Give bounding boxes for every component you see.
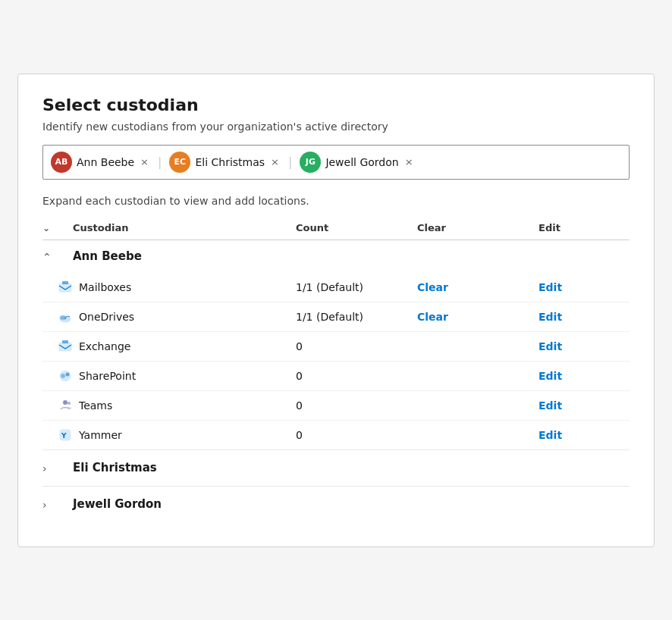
tag-separator-1: |	[158, 155, 162, 169]
mailboxes-icon	[42, 280, 73, 294]
collapse-all-icon[interactable]: ⌄	[42, 223, 50, 233]
svg-rect-5	[62, 340, 68, 343]
row-label-sharepoint: SharePoint	[73, 370, 296, 382]
custodian-header-ann-beebe[interactable]: ⌃ Ann Beebe	[42, 240, 630, 273]
row-count-mailboxes: 1/1 (Default)	[296, 281, 417, 293]
row-count-onedrives: 1/1 (Default)	[296, 311, 417, 323]
svg-point-10	[68, 402, 71, 405]
avatar-jewell-gordon: JG	[300, 152, 321, 173]
custodian-name-eli-christmas: Eli Christmas	[73, 461, 630, 474]
table-row: OneDrives 1/1 (Default) Clear Edit	[42, 302, 630, 332]
svg-rect-0	[59, 283, 71, 292]
tag-jewell-gordon: JG Jewell Gordon ×	[300, 152, 414, 173]
tag-separator-2: |	[288, 155, 292, 169]
remove-ann-beebe-button[interactable]: ×	[139, 156, 150, 168]
tag-label-jewell-gordon: Jewell Gordon	[325, 156, 398, 168]
avatar-eli-christmas: EC	[169, 152, 190, 173]
select-custodian-panel: Select custodian Identify new custodians…	[17, 74, 655, 547]
table-row: Exchange 0 Edit	[42, 332, 630, 362]
edit-onedrives-button[interactable]: Edit	[539, 311, 630, 323]
header-custodian: Custodian	[73, 222, 296, 233]
table-row: Y Yammer 0 Edit	[42, 421, 630, 449]
edit-sharepoint-button[interactable]: Edit	[539, 370, 630, 382]
custodian-name-ann-beebe: Ann Beebe	[73, 249, 630, 263]
row-label-yammer: Yammer	[73, 429, 296, 441]
tag-ann-beebe: AB Ann Beebe ×	[51, 152, 150, 173]
header-clear: Clear	[417, 222, 539, 233]
row-count-sharepoint: 0	[296, 370, 417, 382]
svg-point-8	[66, 372, 70, 376]
row-count-yammer: 0	[296, 429, 417, 441]
svg-rect-4	[59, 343, 71, 351]
custodian-group-jewell-gordon[interactable]: › Jewell Gordon	[42, 487, 630, 522]
custodian-search-box[interactable]: AB Ann Beebe × | EC Eli Christmas × | JG…	[42, 145, 630, 180]
tag-label-ann-beebe: Ann Beebe	[77, 156, 134, 168]
svg-text:Y: Y	[61, 432, 67, 440]
teams-icon	[42, 399, 73, 412]
edit-mailboxes-button[interactable]: Edit	[539, 281, 630, 293]
edit-exchange-button[interactable]: Edit	[539, 340, 630, 352]
page-title: Select custodian	[42, 96, 630, 114]
custodian-group-eli-christmas[interactable]: › Eli Christmas	[42, 450, 630, 487]
remove-jewell-gordon-button[interactable]: ×	[404, 156, 415, 168]
table-header: ⌄ Custodian Count Clear Edit	[42, 216, 630, 240]
edit-teams-button[interactable]: Edit	[539, 399, 630, 412]
custodian-name-jewell-gordon: Jewell Gordon	[73, 497, 630, 511]
expand-note: Expand each custodian to view and add lo…	[42, 195, 630, 207]
row-label-exchange: Exchange	[73, 340, 296, 352]
row-label-teams: Teams	[73, 399, 296, 412]
avatar-ann-beebe: AB	[51, 152, 72, 173]
svg-point-7	[61, 374, 65, 378]
sharepoint-icon	[42, 369, 73, 383]
expand-jewell-gordon-icon[interactable]: ›	[42, 497, 73, 512]
tag-label-eli-christmas: Eli Christmas	[195, 156, 265, 168]
clear-onedrives-button[interactable]: Clear	[417, 311, 539, 323]
svg-point-9	[63, 400, 68, 405]
tag-eli-christmas: EC Eli Christmas ×	[169, 152, 281, 173]
collapse-ann-beebe-icon[interactable]: ⌃	[42, 249, 73, 264]
header-count: Count	[296, 222, 417, 233]
expand-eli-christmas-icon[interactable]: ›	[42, 461, 73, 475]
row-count-exchange: 0	[296, 340, 417, 352]
table-row: SharePoint 0 Edit	[42, 362, 630, 391]
yammer-icon: Y	[42, 428, 73, 442]
table-row: Teams 0 Edit	[42, 391, 630, 421]
table-row: Mailboxes 1/1 (Default) Clear Edit	[42, 273, 630, 302]
header-expand-col: ⌄	[42, 222, 73, 233]
row-count-teams: 0	[296, 399, 417, 412]
clear-mailboxes-button[interactable]: Clear	[417, 281, 539, 293]
row-label-onedrives: OneDrives	[73, 311, 296, 323]
onedrives-icon	[42, 310, 73, 324]
custodian-group-ann-beebe: ⌃ Ann Beebe Mailboxes 1/1 (Default) Clea…	[42, 240, 630, 450]
edit-yammer-button[interactable]: Edit	[539, 429, 630, 441]
row-label-mailboxes: Mailboxes	[73, 281, 296, 293]
page-subtitle: Identify new custodians from your organi…	[42, 121, 630, 133]
exchange-icon	[42, 340, 73, 353]
remove-eli-christmas-button[interactable]: ×	[269, 156, 281, 168]
svg-rect-1	[62, 281, 68, 284]
header-edit: Edit	[539, 222, 630, 233]
